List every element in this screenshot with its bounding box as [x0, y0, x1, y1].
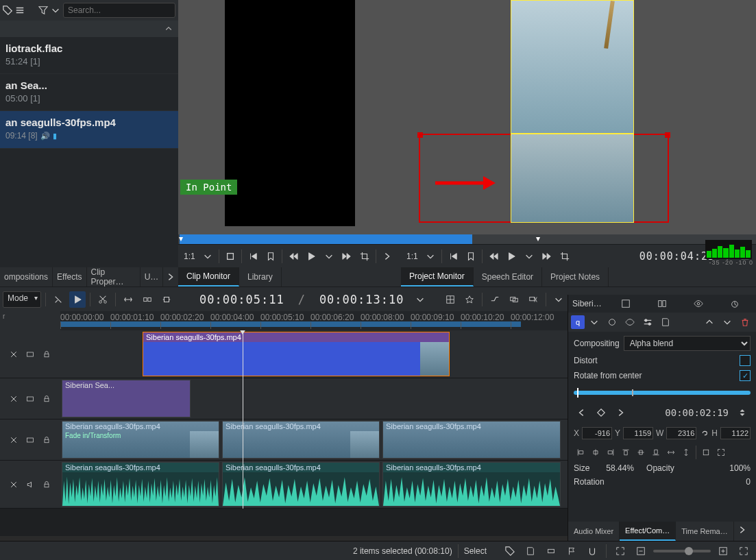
chevron-down-icon[interactable]	[199, 248, 216, 265]
save-icon[interactable]	[657, 314, 674, 330]
chevron-down-icon[interactable]	[586, 314, 602, 330]
more-icon[interactable]	[15, 2, 25, 19]
h-input[interactable]	[720, 427, 751, 439]
crop-icon[interactable]	[557, 248, 573, 265]
timer-icon[interactable]	[718, 295, 752, 312]
move-up-icon[interactable]	[701, 314, 718, 330]
cut-icon[interactable]	[95, 291, 111, 308]
audio-clip[interactable]: Siberian seagulls-30fps.mp4	[62, 462, 219, 507]
size-value[interactable]: 58.44%	[606, 463, 634, 473]
spacer-icon[interactable]	[120, 291, 136, 308]
eye-icon[interactable]	[622, 314, 638, 330]
zoom-slider[interactable]	[653, 550, 711, 552]
delete-icon[interactable]	[737, 314, 753, 330]
align-bottom-icon[interactable]	[649, 446, 663, 459]
opacity-value[interactable]: 100%	[729, 463, 751, 473]
keyframe-slider[interactable]	[574, 391, 751, 395]
save-icon[interactable]	[609, 295, 642, 312]
zoom-label[interactable]: 1:1	[404, 252, 421, 261]
play-icon[interactable]	[503, 248, 520, 265]
align-hcenter-icon[interactable]	[589, 446, 602, 459]
slip-icon[interactable]	[158, 291, 175, 308]
tab-clip-monitor[interactable]: Clip Monitor	[178, 267, 239, 287]
align-top-icon[interactable]	[619, 446, 633, 459]
tab-project-monitor[interactable]: Project Monitor	[401, 267, 474, 287]
keyframe-timecode[interactable]: 00:00:02:19	[631, 407, 731, 418]
zoom-in-icon[interactable]	[715, 543, 731, 559]
chevron-down-icon[interactable]	[550, 291, 567, 308]
zone-icon[interactable]	[543, 543, 559, 559]
clip[interactable]: Siberian seagulls-30fps.mp4 Fade in/Tran…	[62, 421, 219, 459]
forward-icon[interactable]	[339, 248, 355, 265]
forward-icon[interactable]	[539, 248, 555, 265]
audio-clip[interactable]: Siberian seagulls-30fps.mp4	[222, 462, 380, 507]
prev-icon[interactable]	[445, 248, 461, 265]
distort-checkbox[interactable]	[740, 355, 751, 366]
playhead[interactable]	[243, 330, 243, 509]
select-tool-icon[interactable]	[69, 291, 86, 308]
move-down-icon[interactable]	[719, 314, 735, 330]
fx-icon[interactable]	[8, 434, 20, 446]
overlay-clip-bottom[interactable]	[511, 134, 634, 223]
w-input[interactable]	[666, 427, 696, 439]
grid-icon[interactable]	[442, 291, 459, 308]
zoom-fit-icon[interactable]	[714, 446, 728, 459]
rotate-center-checkbox[interactable]: ✓	[740, 370, 751, 381]
link-icon[interactable]	[699, 425, 709, 441]
kf-next-icon[interactable]	[612, 404, 629, 421]
clip-monitor-canvas[interactable]: In Point	[178, 0, 401, 234]
prev-icon[interactable]	[245, 248, 261, 265]
align-right-icon[interactable]	[604, 446, 618, 459]
track-head[interactable]	[0, 378, 60, 419]
scroll-right-icon[interactable]	[734, 522, 751, 538]
ruler-zone[interactable]	[60, 321, 521, 327]
clip[interactable]: Siberian seagulls-30fps.mp4	[222, 421, 380, 459]
overlay-clip-top[interactable]	[511, 0, 634, 134]
tag-icon[interactable]	[3, 2, 12, 19]
track-head[interactable]	[0, 419, 60, 460]
bin-item[interactable]: liotrack.flac 51:24 [1]	[0, 37, 178, 74]
tab-unknown[interactable]: U…	[141, 267, 164, 287]
edit-mode-select[interactable]: Mode	[3, 291, 41, 308]
audio-icon[interactable]	[24, 478, 36, 491]
clip[interactable]: Siberian seagulls-30fps.mp4	[382, 421, 561, 459]
lock-icon[interactable]	[40, 478, 53, 491]
video-icon[interactable]	[24, 393, 36, 405]
set-in-icon[interactable]	[222, 248, 239, 265]
tab-effects[interactable]: Effects	[53, 267, 86, 287]
scroll-right-icon[interactable]	[163, 269, 178, 285]
razor-icon[interactable]	[50, 291, 66, 308]
x-input[interactable]	[582, 427, 612, 439]
select-mode[interactable]: Select	[464, 546, 487, 556]
keyframe-icon[interactable]	[604, 314, 620, 330]
zoom-out-icon[interactable]	[633, 543, 649, 559]
align-left-icon[interactable]	[574, 446, 587, 459]
chevron-down-icon[interactable]	[321, 248, 337, 265]
play-icon[interactable]	[303, 248, 319, 265]
y-input[interactable]	[623, 427, 653, 439]
audio-clip[interactable]: Siberian seagulls-30fps.mp4	[382, 462, 561, 507]
tab-library[interactable]: Library	[239, 267, 282, 287]
handle-icon[interactable]	[665, 132, 670, 138]
clip-selected[interactable]: Siberian seagulls-30fps.mp4	[143, 332, 450, 376]
track-head[interactable]	[0, 461, 60, 508]
save-icon[interactable]	[522, 543, 539, 559]
chevron-down-icon[interactable]	[51, 2, 60, 19]
crop-icon[interactable]	[356, 248, 373, 265]
lock-icon[interactable]	[40, 434, 53, 446]
tag-icon[interactable]	[502, 543, 518, 559]
flag-icon[interactable]	[563, 543, 580, 559]
lock-icon[interactable]	[40, 348, 53, 361]
favorite-icon[interactable]	[461, 291, 478, 308]
handle-icon[interactable]	[417, 132, 423, 138]
compositing-select[interactable]: Alpha blend	[624, 336, 751, 351]
composite-remove-icon[interactable]	[525, 291, 541, 308]
tab-project-notes[interactable]: Project Notes	[542, 267, 609, 287]
snap-icon[interactable]	[584, 543, 600, 559]
search-input[interactable]	[63, 3, 175, 18]
ruler-head[interactable]: r	[0, 311, 60, 330]
tab-compositions[interactable]: ompositions	[0, 267, 53, 287]
bin-item[interactable]: an seagulls-30fps.mp4 09:14 [8]🔊▮	[0, 111, 178, 148]
lock-icon[interactable]	[40, 393, 53, 405]
composite-icon[interactable]	[506, 291, 522, 308]
